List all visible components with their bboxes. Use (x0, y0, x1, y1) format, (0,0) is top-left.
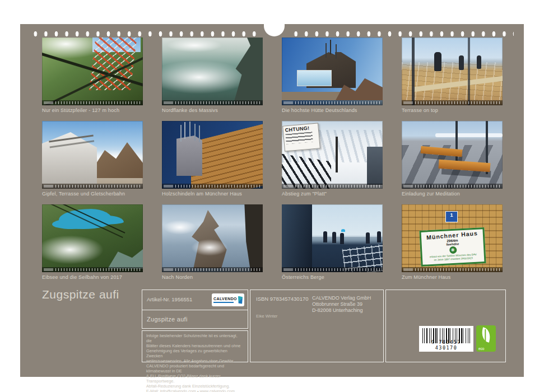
photo-meditation-benches (402, 121, 503, 189)
photo-caption: Die höchste Hütte Deutschlands (282, 108, 383, 114)
shore-shape (99, 244, 143, 269)
publisher-address: CALVENDO Verlag GmbH Ottobrunner Straße … (312, 295, 371, 314)
glass-facade-shape (282, 204, 312, 272)
isbn-publisher-box: ISBN 9783457430170 Eike Winter CALVENDO … (250, 290, 384, 362)
antenna-shape (330, 40, 331, 54)
photo-descent-platt: CHTUNG! (282, 121, 383, 189)
calvendo-tagline-bar (213, 302, 234, 303)
cloud-shape (42, 235, 104, 264)
thumbnail-grid: Nur ein Stützpfeiler - 127 m hoch Nordfl… (42, 38, 503, 281)
sign-small-text-lines (285, 132, 313, 144)
antenna-shape (184, 122, 185, 139)
achtung-sign: CHTUNG! (282, 123, 320, 151)
muenchner-haus-sign: Münchner Haus 2964m Seehöhe erbaut von d… (419, 227, 486, 267)
glass-frame-shape (412, 38, 415, 105)
photo-highest-hut (282, 38, 383, 105)
photo-austrian-peaks-platform (282, 204, 383, 272)
person-silhouette (434, 52, 441, 71)
article-number: Artikel-Nr. 1956551 (147, 296, 192, 302)
eco-label: eco (476, 325, 496, 352)
calendar-month-thumbnail-8: Einladung zur Meditation (402, 121, 503, 197)
cloud-shape (166, 39, 222, 52)
mountain-horizon-shape (312, 237, 383, 241)
house-number-plaque: 1 (445, 211, 458, 222)
photo-ridge-north (162, 204, 263, 272)
calendar-month-thumbnail-11: Österreichs Berge (282, 204, 383, 281)
legal-fine-print-box: Infolge bestehender Schutzrechte ist es … (142, 330, 248, 362)
date-strip (402, 267, 503, 272)
calendar-month-thumbnail-9: Eibsee und die Seilbahn von 2017 (42, 204, 143, 281)
pole-shape (336, 137, 338, 172)
product-title: Zugspitze aufi (147, 316, 188, 323)
cloud-shape (163, 220, 197, 235)
building-shape (367, 147, 383, 185)
date-strip (282, 267, 383, 272)
umbrella-shape (341, 229, 345, 232)
publisher-line: Ottobrunner Straße 39 (312, 301, 371, 307)
barcode-box: 9 783457 430170 eco (385, 290, 506, 362)
product-title-row: Zugspitze aufi (142, 310, 248, 329)
photo-terrace-on-top (402, 38, 503, 105)
article-info-box: Artikel-Nr. 1956551 CALVENDO Zugspitze a… (142, 290, 248, 329)
calendar-month-thumbnail-12: 1 Münchner Haus 2964m Seehöhe erbaut von… (402, 204, 503, 281)
glass-frame-shape (455, 121, 458, 166)
photo-caption: Abstieg zum "Platt" (282, 191, 383, 197)
photo-north-face-fog (162, 38, 263, 105)
photo-caption: Einladung zur Meditation (402, 191, 503, 197)
date-strip (162, 267, 263, 272)
photo-caption: Holzschindeln am Münchner Haus (162, 191, 263, 197)
person-silhouette (477, 55, 481, 69)
date-strip (42, 100, 143, 105)
calvendo-page-flip-icon (238, 296, 243, 304)
station-building-shape (42, 132, 97, 184)
photo-caption: Gipfel, Terrasse und Gletscherbahn (42, 191, 143, 197)
calendar-month-thumbnail-5: Gipfel, Terrasse und Gletscherbahn (42, 121, 143, 197)
photo-muenchner-haus-sign: 1 Münchner Haus 2964m Seehöhe erbaut von… (402, 204, 503, 272)
photo-caption: Nach Norden (162, 274, 263, 281)
date-strip (42, 184, 143, 189)
calendar-month-thumbnail-1: Nur ein Stützpfeiler - 127 m hoch (42, 38, 143, 114)
cloud-shape (191, 239, 228, 256)
photo-wood-shingles (162, 121, 263, 189)
photo-pylon-forest (42, 38, 143, 105)
photo-caption: Terrasse on top (402, 108, 503, 114)
rock-face-shape (236, 204, 263, 272)
calvendo-logo: CALVENDO (212, 293, 244, 306)
isbn-number: ISBN 9783457430170 (256, 296, 309, 302)
date-strip (402, 100, 503, 105)
photo-caption: Zum Münchner Haus (402, 274, 503, 281)
calendar-back-page: Nur ein Stützpfeiler - 127 m hoch Nordfl… (20, 24, 524, 377)
photo-caption: Nur ein Stützpfeiler - 127 m hoch (42, 108, 143, 114)
date-strip (402, 184, 503, 189)
photo-caption: Nordflanke des Massivs (162, 108, 263, 114)
publisher-line: D-82008 Unterhaching (312, 307, 371, 314)
mountain-horizon-shape (435, 133, 503, 137)
barcode-digits: 9 783457 430170 (419, 339, 473, 351)
eco-label-text: eco (478, 347, 484, 351)
leaf-icon (480, 327, 492, 342)
photo-caption: Österreichs Berge (282, 274, 383, 281)
person-silhouette (459, 55, 464, 70)
legal-fine-print: Infolge bestehender Schutzrechte ist es … (146, 333, 244, 392)
date-strip (162, 100, 263, 105)
publisher-line: CALVENDO Verlag GmbH (312, 295, 371, 301)
date-strip (162, 184, 263, 189)
glass-frame-shape (468, 38, 470, 105)
photo-eibsee-aerial (42, 204, 143, 272)
fog-shape (162, 61, 248, 94)
edelweiss-icon (449, 246, 457, 254)
tower-shape (176, 136, 202, 176)
people-silhouettes (323, 231, 327, 242)
lake-shape (59, 209, 113, 229)
calendar-month-thumbnail-10: Nach Norden (162, 204, 263, 281)
calvendo-logo-text-block: CALVENDO (213, 297, 237, 303)
date-strip (282, 184, 383, 189)
calvendo-wordmark: CALVENDO (213, 297, 237, 301)
date-strip (42, 267, 143, 272)
article-number-row: Artikel-Nr. 1956551 CALVENDO (142, 290, 248, 310)
sign-built-text: erbaut von der Sektion München des DAV i… (422, 253, 484, 262)
date-strip (282, 100, 383, 105)
billboard-shape (297, 70, 332, 86)
photo-caption: Eibsee und die Seilbahn von 2017 (42, 274, 143, 281)
calendar-month-thumbnail-2: Nordflanke des Massivs (162, 38, 263, 114)
